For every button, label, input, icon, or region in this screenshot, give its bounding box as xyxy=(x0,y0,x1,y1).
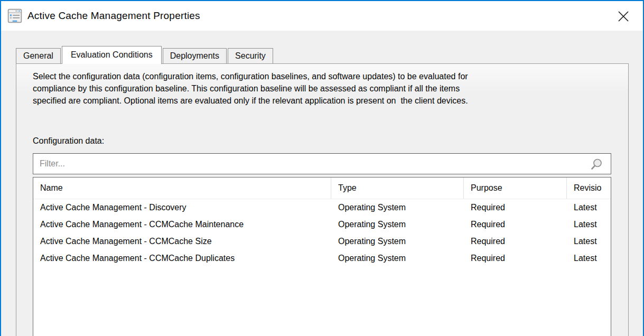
cell-revision: Latest xyxy=(567,233,611,250)
description-line: Select the configuration data (configura… xyxy=(33,70,614,82)
column-header-name[interactable]: Name xyxy=(33,178,331,199)
tab-security[interactable]: Security xyxy=(228,48,273,63)
filter-box xyxy=(33,153,611,174)
tab-general[interactable]: General xyxy=(16,48,61,63)
description-text: Select the configuration data (configura… xyxy=(33,70,614,107)
column-header-type[interactable]: Type xyxy=(331,178,464,199)
tab-page-evaluation-conditions: Select the configuration data (configura… xyxy=(16,63,629,336)
table-row[interactable]: Active Cache Management - CCMCache Size … xyxy=(33,233,611,250)
dialog-body: General Evaluation Conditions Deployment… xyxy=(1,31,643,336)
cell-name: Active Cache Management - Discovery xyxy=(33,199,331,216)
close-icon xyxy=(617,10,630,23)
configuration-data-list: Name Type Purpose Revisio Active Cache M… xyxy=(33,177,611,336)
properties-dialog-icon xyxy=(7,8,22,23)
cell-type: Operating System xyxy=(331,216,464,233)
list-header: Name Type Purpose Revisio xyxy=(33,178,611,199)
titlebar[interactable]: Active Cache Management Properties xyxy=(1,1,643,31)
tab-evaluation-conditions[interactable]: Evaluation Conditions xyxy=(62,46,162,64)
cell-purpose: Required xyxy=(464,199,567,216)
tab-strip: General Evaluation Conditions Deployment… xyxy=(16,45,274,63)
filter-input[interactable] xyxy=(33,154,611,174)
cell-purpose: Required xyxy=(464,233,567,250)
cell-revision: Latest xyxy=(567,199,611,216)
cell-purpose: Required xyxy=(464,250,567,267)
window-title: Active Cache Management Properties xyxy=(27,10,200,22)
properties-dialog-window: Active Cache Management Properties Gener… xyxy=(0,0,644,336)
table-row[interactable]: Active Cache Management - CCMCache Dupli… xyxy=(33,250,611,267)
cell-name: Active Cache Management - CCMCache Size xyxy=(33,233,331,250)
configuration-data-label: Configuration data: xyxy=(33,136,104,146)
cell-name: Active Cache Management - CCMCache Maint… xyxy=(33,216,331,233)
cell-revision: Latest xyxy=(567,250,611,267)
close-button[interactable] xyxy=(615,8,631,24)
cell-revision: Latest xyxy=(567,216,611,233)
cell-purpose: Required xyxy=(464,216,567,233)
column-header-purpose[interactable]: Purpose xyxy=(464,178,567,199)
cell-type: Operating System xyxy=(331,250,464,267)
table-row[interactable]: Active Cache Management - CCMCache Maint… xyxy=(33,216,611,233)
cell-type: Operating System xyxy=(331,199,464,216)
description-line: specified are compliant. Optional items … xyxy=(33,95,614,107)
tab-deployments[interactable]: Deployments xyxy=(163,48,227,63)
search-icon[interactable] xyxy=(590,157,603,171)
description-line: compliance by this configuration baselin… xyxy=(33,82,614,95)
cell-name: Active Cache Management - CCMCache Dupli… xyxy=(33,250,331,267)
cell-type: Operating System xyxy=(331,233,464,250)
table-row[interactable]: Active Cache Management - Discovery Oper… xyxy=(33,199,611,216)
column-header-revision[interactable]: Revisio xyxy=(567,178,611,199)
